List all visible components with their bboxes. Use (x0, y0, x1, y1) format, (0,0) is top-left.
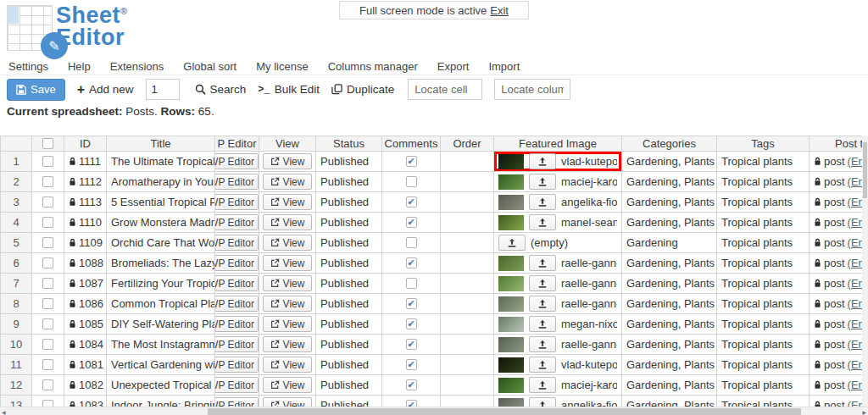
menu-columns-manager[interactable]: Columns manager (328, 60, 418, 73)
bulk-edit-button[interactable]: >_ Bulk Edit (258, 83, 320, 96)
wp-editor-button[interactable]: WP Editor (215, 316, 259, 332)
categories-cell[interactable]: Gardening, Plants (622, 375, 717, 396)
title-cell[interactable]: Common Tropical Plant P... (107, 294, 215, 314)
upload-image-button[interactable] (529, 275, 556, 291)
categories-cell[interactable]: Gardening, Plants (622, 335, 717, 355)
comments-checkbox[interactable] (406, 278, 417, 289)
menu-global-sort[interactable]: Global sort (183, 60, 236, 73)
corner-header[interactable] (0, 136, 32, 152)
featured-image-cell[interactable]: manel-sean-O... (494, 213, 622, 233)
add-count-input[interactable] (146, 79, 180, 100)
row-number[interactable]: 8 (0, 294, 32, 314)
view-button[interactable]: View (263, 296, 313, 312)
row-number[interactable]: 5 (0, 233, 32, 253)
upload-image-button[interactable] (529, 194, 556, 210)
categories-cell[interactable]: Gardening, Plants (622, 192, 717, 213)
row-number[interactable]: 12 (0, 375, 32, 396)
view-button[interactable]: View (263, 194, 313, 210)
row-checkbox[interactable] (42, 298, 53, 309)
status-cell[interactable]: Published (316, 335, 382, 355)
locate-column-input[interactable] (494, 79, 570, 100)
comments-checkbox[interactable] (406, 257, 417, 268)
status-cell[interactable]: Published (316, 375, 382, 396)
order-cell[interactable] (441, 172, 494, 192)
exit-fullscreen-link[interactable]: Exit (490, 4, 509, 17)
featured-image-cell[interactable]: raelle-gann-ow... (494, 335, 622, 355)
row-checkbox[interactable] (42, 318, 53, 329)
categories-cell[interactable]: Gardening, Plants (622, 274, 717, 294)
row-checkbox[interactable] (42, 278, 53, 289)
menu-help[interactable]: Help (68, 60, 91, 73)
id-cell[interactable]: 1110 (64, 213, 107, 233)
view-button[interactable]: View (263, 255, 313, 271)
status-cell[interactable]: Published (316, 172, 382, 192)
upload-image-button[interactable] (529, 316, 556, 332)
status-cell[interactable]: Published (316, 253, 382, 274)
comments-checkbox[interactable] (406, 359, 417, 370)
upload-image-button[interactable] (529, 255, 556, 271)
view-button[interactable]: View (263, 336, 313, 352)
post-type-cell[interactable]: post (Enab (810, 213, 868, 233)
id-cell[interactable]: 1111 (64, 152, 107, 172)
tags-cell[interactable]: Tropical plants (717, 294, 810, 314)
featured-image-cell[interactable]: maciej-karon-... (494, 375, 622, 396)
status-cell[interactable]: Published (316, 314, 382, 335)
row-number[interactable]: 3 (0, 192, 32, 213)
menu-export[interactable]: Export (437, 60, 470, 73)
id-cell[interactable]: 1087 (64, 274, 107, 294)
upload-image-button[interactable] (529, 377, 556, 393)
column-header-wp-editor[interactable]: P Editor (215, 136, 259, 152)
id-cell[interactable]: 1109 (64, 233, 107, 253)
order-cell[interactable] (441, 152, 494, 172)
categories-cell[interactable]: Gardening (622, 233, 717, 253)
upload-image-button[interactable] (529, 336, 556, 352)
status-cell[interactable]: Published (316, 233, 382, 253)
status-cell[interactable]: Published (316, 152, 382, 172)
featured-image-cell[interactable]: raelle-gann-ow... (494, 274, 622, 294)
comments-checkbox[interactable] (406, 196, 417, 208)
row-number[interactable]: 9 (0, 314, 32, 335)
upload-image-button[interactable] (529, 357, 556, 373)
post-type-cell[interactable]: post (Enab (810, 274, 868, 294)
post-type-cell[interactable]: post (Enab (810, 233, 868, 253)
wp-editor-button[interactable]: WP Editor (215, 214, 259, 230)
wp-editor-button[interactable]: WP Editor (215, 255, 259, 271)
comments-checkbox[interactable] (406, 217, 417, 228)
title-cell[interactable]: Unexpected Tropical Edi... (107, 375, 215, 396)
status-cell[interactable]: Published (316, 192, 382, 213)
title-cell[interactable]: Vertical Gardening with T... (107, 355, 215, 375)
wp-editor-button[interactable]: WP Editor (215, 174, 259, 190)
title-cell[interactable]: Grow Monstera Madness... (107, 213, 215, 233)
horizontal-scrollbar[interactable]: ◀ ▶ (0, 407, 868, 415)
tags-cell[interactable]: Tropical plants (717, 335, 810, 355)
view-button[interactable]: View (263, 275, 313, 291)
featured-image-cell[interactable]: angelika-fiol-V... (494, 192, 622, 213)
select-all-header[interactable] (32, 136, 64, 152)
column-header-comments[interactable]: Comments (382, 136, 441, 152)
title-cell[interactable]: 5 Essential Tropical Plant... (107, 192, 215, 213)
column-header-view[interactable]: View (259, 136, 316, 152)
post-type-cell[interactable]: post (Enab (810, 355, 868, 375)
column-header-status[interactable]: Status (316, 136, 382, 152)
tags-cell[interactable]: Tropical plants (717, 274, 810, 294)
locate-cell-input[interactable] (408, 79, 482, 100)
title-cell[interactable]: Aromatherapy in Your Ya... (107, 172, 215, 192)
tags-cell[interactable]: Tropical plants (717, 172, 810, 192)
row-checkbox[interactable] (42, 237, 53, 248)
comments-checkbox[interactable] (406, 156, 417, 167)
wp-editor-button[interactable]: WP Editor (215, 235, 259, 251)
column-header-post-type[interactable]: Post t (810, 136, 868, 152)
tags-cell[interactable]: Tropical plants (717, 375, 810, 396)
order-cell[interactable] (441, 274, 494, 294)
row-number[interactable]: 11 (0, 355, 32, 375)
tags-cell[interactable]: Tropical plants (717, 213, 810, 233)
upload-image-button[interactable] (529, 174, 556, 190)
title-cell[interactable]: Bromeliads: The Lazy Gar... (107, 253, 215, 274)
status-cell[interactable]: Published (316, 294, 382, 314)
add-new-button[interactable]: + Add new (77, 82, 134, 97)
column-header-order[interactable]: Order (441, 136, 494, 152)
status-cell[interactable]: Published (316, 274, 382, 294)
order-cell[interactable] (441, 375, 494, 396)
title-cell[interactable]: Orchid Care That Won't ... (107, 233, 215, 253)
post-type-cell[interactable]: post (Enab (810, 192, 868, 213)
